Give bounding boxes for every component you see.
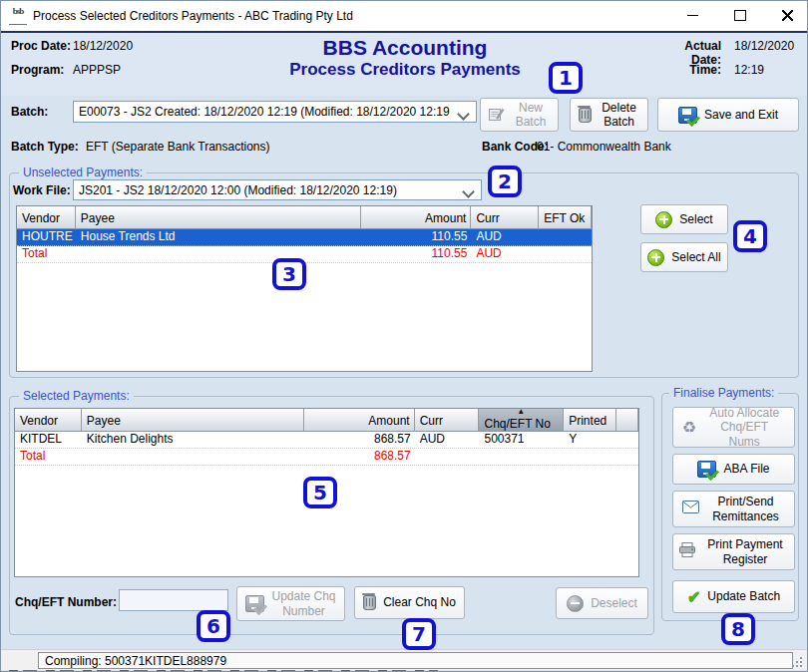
annotation-badge-1: 1 [549, 62, 583, 94]
aba-file-icon [697, 461, 716, 478]
recycle-icon: ♻ [682, 420, 696, 436]
table-row-selected[interactable]: HOUTRE House Trends Ltd 110.55 AUD [17, 229, 592, 246]
column-header-printed[interactable]: Printed [564, 409, 616, 432]
cell-payee: Kitchen Delights [82, 432, 304, 448]
cell-eft-ok [539, 229, 592, 245]
unselected-payments-table: Vendor Payee Amount Curr EFT Ok HOUTRE H… [16, 205, 593, 372]
auto-allocate-label: Auto Allocate Chq/EFT Nums [703, 406, 785, 449]
total-filler [616, 449, 638, 465]
update-chq-number-button[interactable]: Update Chq Number [236, 586, 345, 621]
total-chq-spacer [479, 449, 564, 465]
chq-eft-no-header-label: Chq/EFT No [484, 417, 550, 431]
minus-icon [567, 595, 584, 612]
work-file-combobox-value: JS201 - JS2 18/12/2020 12:00 (Modified: … [79, 183, 397, 197]
total-amount: 868.57 [304, 449, 415, 465]
time-label: Time: [656, 63, 721, 77]
total-spacer [82, 449, 304, 465]
cell-filler [616, 432, 638, 448]
batch-label: Batch: [11, 105, 48, 119]
print-payment-register-button[interactable]: Print Payment Register [672, 533, 795, 570]
annotation-badge-6: 6 [197, 610, 230, 642]
total-curr-spacer [415, 449, 480, 465]
total-eft-spacer [539, 246, 592, 262]
minimize-button[interactable] [675, 1, 709, 30]
table-row[interactable]: KITDEL Kitchen Delights 868.57 AUD 50037… [15, 432, 638, 449]
print-payment-register-label: Print Payment Register [702, 537, 788, 566]
deselect-button[interactable]: Deselect [556, 587, 648, 619]
auto-allocate-button[interactable]: ♻ Auto Allocate Chq/EFT Nums [672, 407, 795, 448]
column-header-eft-ok[interactable]: EFT Ok [539, 206, 592, 229]
finalise-payments-legend: Finalise Payments: [669, 386, 778, 400]
clear-chq-icon [363, 595, 376, 610]
cell-curr: AUD [471, 229, 539, 245]
chq-eft-number-input[interactable] [119, 589, 228, 611]
minimize-icon [687, 15, 698, 16]
column-header-vendor[interactable]: Vendor [15, 409, 82, 432]
total-label: Total [15, 449, 82, 465]
new-batch-label: New Batch [512, 101, 550, 130]
proc-date-value: 18/12/2020 [73, 39, 133, 53]
batch-combobox[interactable]: E00073 - JS2 Created: 18/12/2020 12:19 (… [73, 101, 477, 123]
plus-icon [647, 249, 664, 266]
aba-file-label: ABA File [723, 462, 769, 476]
maximize-icon [734, 10, 746, 21]
column-header-amount[interactable]: Amount [304, 409, 415, 432]
batch-type-value: EFT (Separate Bank Transactions) [86, 140, 270, 154]
close-icon [782, 10, 793, 21]
annotation-badge-8: 8 [721, 613, 755, 645]
update-chq-icon [245, 595, 264, 612]
annotation-badge-3: 3 [272, 258, 306, 290]
selected-table-header: Vendor Payee Amount Curr ▲ Chq/EFT No Pr… [15, 409, 638, 432]
app-title: BBS Accounting [201, 36, 609, 60]
print-send-remittances-label: Print/Send Remittances [706, 495, 786, 523]
unselected-payments-legend: Unselected Payments: [19, 166, 147, 179]
delete-batch-button[interactable]: Delete Batch [570, 98, 648, 132]
annotation-badge-5: 5 [303, 477, 337, 508]
new-batch-button[interactable]: New Batch [480, 98, 559, 132]
clear-chq-no-button[interactable]: Clear Chq No [354, 586, 465, 619]
selected-payments-legend: Selected Payments: [19, 389, 134, 403]
work-file-label: Work File: [13, 183, 71, 197]
chq-eft-number-label: Chq/EFT Number: [15, 595, 117, 609]
aba-file-button[interactable]: ABA File [672, 454, 795, 485]
unselected-table-header: Vendor Payee Amount Curr EFT Ok [17, 206, 592, 229]
column-header-amount[interactable]: Amount [361, 206, 472, 229]
column-header-curr[interactable]: Curr [415, 409, 480, 432]
select-all-button[interactable]: Select All [640, 242, 728, 272]
select-all-label: Select All [671, 250, 720, 264]
print-send-remittances-button[interactable]: Print/Send Remittances [672, 491, 795, 527]
cell-amount: 868.57 [304, 432, 415, 448]
close-button[interactable] [770, 1, 804, 30]
program-label: Program: [11, 63, 64, 77]
chevron-down-icon [457, 108, 470, 121]
window-title: Process Selected Creditors Payments - AB… [33, 9, 353, 23]
status-text: Compiling: 500371KITDEL888979 [45, 654, 226, 668]
cell-vendor: KITDEL [15, 432, 82, 448]
annotation-badge-7: 7 [402, 618, 436, 650]
status-bar: Compiling: 500371KITDEL888979 [1, 649, 807, 671]
cell-curr: AUD [415, 432, 480, 448]
column-header-payee[interactable]: Payee [76, 206, 361, 229]
cell-chq-eft-no: 500371 [479, 432, 564, 448]
cell-payee: House Trends Ltd [76, 229, 361, 245]
bank-code-value: 01- Commonwealth Bank [537, 140, 671, 154]
column-header-vendor[interactable]: Vendor [17, 206, 76, 229]
update-batch-button[interactable]: ✔ Update Batch [672, 580, 795, 613]
sort-ascending-icon: ▲ [517, 409, 525, 416]
resize-grip[interactable] [800, 665, 802, 667]
time-value: 12:19 [734, 63, 764, 77]
batch-type-label: Batch Type: [11, 140, 79, 154]
maximize-button[interactable] [723, 1, 757, 30]
save-and-exit-button[interactable]: Save and Exit [657, 98, 799, 132]
column-header-payee[interactable]: Payee [82, 409, 304, 432]
status-panel: Compiling: 500371KITDEL888979 [38, 652, 793, 669]
chevron-down-icon [462, 185, 475, 198]
column-header-filler [616, 409, 638, 432]
work-file-combobox[interactable]: JS201 - JS2 18/12/2020 12:00 (Modified: … [73, 179, 482, 200]
proc-date-label: Proc Date: [11, 39, 71, 53]
column-header-chq-eft-no[interactable]: ▲ Chq/EFT No [479, 409, 564, 432]
column-header-curr[interactable]: Curr [471, 206, 539, 229]
total-row: Total 868.57 [15, 449, 638, 466]
printer-icon [679, 542, 695, 560]
select-button[interactable]: Select [640, 204, 728, 234]
